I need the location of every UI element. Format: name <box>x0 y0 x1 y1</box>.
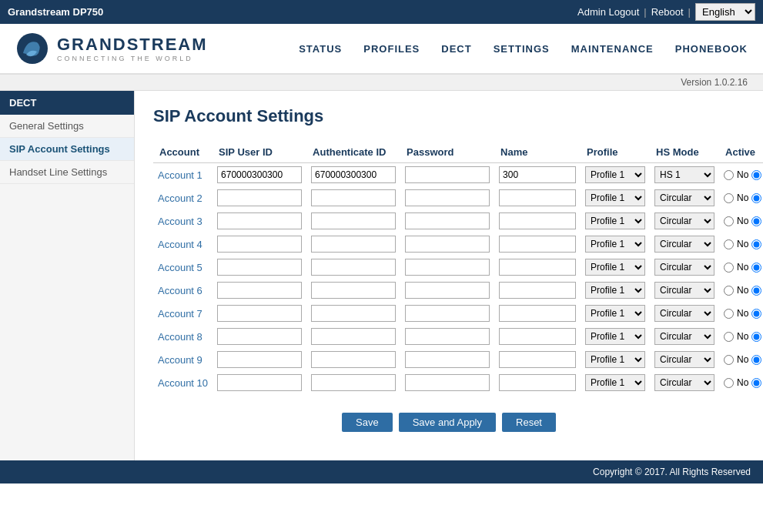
password-input[interactable] <box>405 282 490 299</box>
active-no-radio[interactable] <box>724 332 734 342</box>
active-yes-radio[interactable] <box>751 309 761 319</box>
auth-id-input[interactable] <box>311 282 396 299</box>
save-button[interactable]: Save <box>342 413 393 432</box>
hs-mode-select[interactable]: CircularHS 1HS 2HS 3HS 4 <box>654 212 714 229</box>
active-yes-radio[interactable] <box>751 378 761 388</box>
name-input[interactable] <box>499 259 576 276</box>
name-input[interactable] <box>499 351 576 368</box>
profile-select[interactable]: Profile 1Profile 2Profile 3Profile 4 <box>585 305 645 322</box>
active-no-label: No <box>737 377 748 388</box>
name-input[interactable] <box>499 236 576 253</box>
hs-mode-select[interactable]: CircularHS 1HS 2HS 3HS 4 <box>654 305 714 322</box>
active-yes-radio[interactable] <box>751 170 761 180</box>
auth-id-input[interactable] <box>311 374 396 391</box>
auth-id-input[interactable] <box>311 236 396 253</box>
reset-button[interactable]: Reset <box>502 413 556 432</box>
nav-dect[interactable]: DECT <box>441 43 471 55</box>
nav-maintenance[interactable]: MAINTENANCE <box>571 43 654 55</box>
password-input[interactable] <box>405 212 490 229</box>
name-input[interactable] <box>499 189 576 206</box>
active-yes-radio[interactable] <box>751 355 761 365</box>
hs-mode-select[interactable]: HS 1HS 2HS 3HS 4Circular <box>654 166 714 183</box>
profile-select[interactable]: Profile 1Profile 2Profile 3Profile 4 <box>585 259 645 276</box>
auth-id-input[interactable] <box>311 328 396 345</box>
admin-logout-link[interactable]: Admin Logout <box>577 6 639 18</box>
password-input[interactable] <box>405 166 490 183</box>
hs-mode-select[interactable]: CircularHS 1HS 2HS 3HS 4 <box>654 351 714 368</box>
name-input[interactable] <box>499 282 576 299</box>
hs-mode-select[interactable]: CircularHS 1HS 2HS 3HS 4 <box>654 282 714 299</box>
auth-id-input[interactable] <box>311 259 396 276</box>
save-and-apply-button[interactable]: Save and Apply <box>399 413 496 432</box>
active-yes-radio[interactable] <box>751 263 761 273</box>
sip-user-id-input[interactable] <box>217 328 302 345</box>
reboot-link[interactable]: Reboot <box>651 6 684 18</box>
sip-user-id-input[interactable] <box>217 282 302 299</box>
sip-user-id-input[interactable] <box>217 374 302 391</box>
name-input[interactable] <box>499 328 576 345</box>
hs-mode-select[interactable]: CircularHS 1HS 2HS 3HS 4 <box>654 259 714 276</box>
active-no-radio[interactable] <box>724 216 734 226</box>
profile-select[interactable]: Profile 1Profile 2Profile 3Profile 4 <box>585 166 645 183</box>
auth-id-input[interactable] <box>311 305 396 322</box>
password-input[interactable] <box>405 305 490 322</box>
nav-phonebook[interactable]: PHONEBOOK <box>675 43 748 55</box>
active-no-radio[interactable] <box>724 193 734 203</box>
name-input[interactable] <box>499 305 576 322</box>
active-no-radio[interactable] <box>724 309 734 319</box>
auth-id-input[interactable] <box>311 212 396 229</box>
sip-user-id-input[interactable] <box>217 351 302 368</box>
nav-settings[interactable]: SETTINGS <box>494 43 550 55</box>
active-no-radio[interactable] <box>724 263 734 273</box>
hs-mode-select[interactable]: CircularHS 1HS 2HS 3HS 4 <box>654 374 714 391</box>
sidebar-item-handset-line-settings[interactable]: Handset Line Settings <box>0 161 134 184</box>
profile-select[interactable]: Profile 1Profile 2Profile 3Profile 4 <box>585 189 645 206</box>
profile-select[interactable]: Profile 1Profile 2Profile 3Profile 4 <box>585 212 645 229</box>
profile-select[interactable]: Profile 1Profile 2Profile 3Profile 4 <box>585 351 645 368</box>
language-select[interactable]: English Chinese Spanish <box>695 3 755 21</box>
password-input[interactable] <box>405 189 490 206</box>
auth-id-input[interactable] <box>311 166 396 183</box>
profile-select[interactable]: Profile 1Profile 2Profile 3Profile 4 <box>585 236 645 253</box>
name-input[interactable] <box>499 212 576 229</box>
hs-mode-select[interactable]: CircularHS 1HS 2HS 3HS 4 <box>654 328 714 345</box>
profile-select[interactable]: Profile 1Profile 2Profile 3Profile 4 <box>585 282 645 299</box>
active-radio-group: NoYes <box>724 308 763 319</box>
auth-id-input[interactable] <box>311 351 396 368</box>
profile-select[interactable]: Profile 1Profile 2Profile 3Profile 4 <box>585 328 645 345</box>
active-radio-group: NoYes <box>724 331 763 342</box>
active-no-radio[interactable] <box>724 239 734 249</box>
hs-mode-select[interactable]: CircularHS 1HS 2HS 3HS 4 <box>654 236 714 253</box>
sip-user-id-input[interactable] <box>217 189 302 206</box>
hs-mode-select[interactable]: CircularHS 1HS 2HS 3HS 4 <box>654 189 714 206</box>
active-no-radio[interactable] <box>724 378 734 388</box>
password-input[interactable] <box>405 328 490 345</box>
sip-user-id-input[interactable] <box>217 166 302 183</box>
active-no-radio[interactable] <box>724 170 734 180</box>
profile-select[interactable]: Profile 1Profile 2Profile 3Profile 4 <box>585 374 645 391</box>
sip-user-id-input[interactable] <box>217 259 302 276</box>
active-no-radio[interactable] <box>724 355 734 365</box>
active-yes-radio[interactable] <box>751 193 761 203</box>
sip-user-id-input[interactable] <box>217 212 302 229</box>
password-input[interactable] <box>405 374 490 391</box>
sidebar-item-general-settings[interactable]: General Settings <box>0 115 134 138</box>
password-input[interactable] <box>405 259 490 276</box>
auth-id-input[interactable] <box>311 189 396 206</box>
password-input[interactable] <box>405 351 490 368</box>
nav-status[interactable]: STATUS <box>299 43 342 55</box>
name-input[interactable] <box>499 374 576 391</box>
active-yes-radio[interactable] <box>751 216 761 226</box>
page-title: SIP Account Settings <box>153 106 745 126</box>
account-label: Account 9 <box>158 354 202 366</box>
active-yes-radio[interactable] <box>751 239 761 249</box>
sip-user-id-input[interactable] <box>217 305 302 322</box>
sip-user-id-input[interactable] <box>217 236 302 253</box>
active-no-radio[interactable] <box>724 286 734 296</box>
active-yes-radio[interactable] <box>751 332 761 342</box>
active-yes-radio[interactable] <box>751 286 761 296</box>
sidebar-item-sip-account-settings[interactable]: SIP Account Settings <box>0 138 134 161</box>
nav-profiles[interactable]: PROFILES <box>363 43 420 55</box>
name-input[interactable] <box>499 166 576 183</box>
password-input[interactable] <box>405 236 490 253</box>
